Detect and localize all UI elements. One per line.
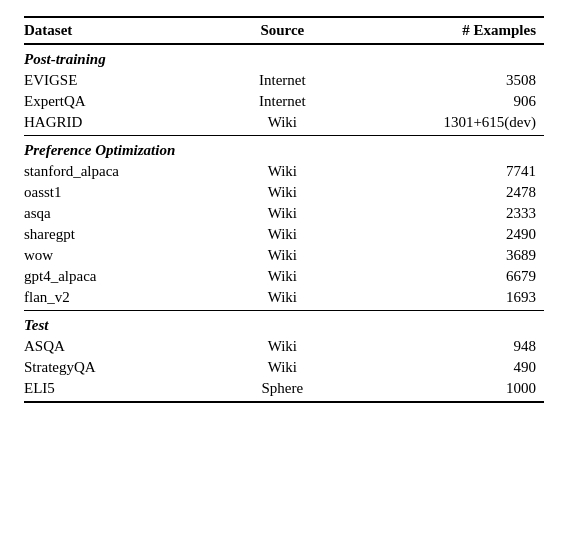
cell-source: Wiki bbox=[231, 224, 341, 245]
cell-examples: 6679 bbox=[341, 266, 544, 287]
table-row: EVIGSEInternet3508 bbox=[24, 70, 544, 91]
cell-examples: 906 bbox=[341, 91, 544, 112]
col-header-source: Source bbox=[231, 17, 341, 44]
cell-examples: 2490 bbox=[341, 224, 544, 245]
cell-dataset: EVIGSE bbox=[24, 70, 231, 91]
section-title-2: Test bbox=[24, 311, 544, 336]
cell-source: Wiki bbox=[231, 161, 341, 182]
cell-source: Wiki bbox=[231, 357, 341, 378]
cell-examples: 948 bbox=[341, 336, 544, 357]
cell-source: Wiki bbox=[231, 287, 341, 311]
table-row: wowWiki3689 bbox=[24, 245, 544, 266]
table-row: gpt4_alpacaWiki6679 bbox=[24, 266, 544, 287]
cell-source: Wiki bbox=[231, 266, 341, 287]
cell-examples: 1000 bbox=[341, 378, 544, 402]
cell-examples: 1301+615(dev) bbox=[341, 112, 544, 136]
cell-dataset: gpt4_alpaca bbox=[24, 266, 231, 287]
cell-source: Internet bbox=[231, 70, 341, 91]
table-row: HAGRIDWiki1301+615(dev) bbox=[24, 112, 544, 136]
table-row: StrategyQAWiki490 bbox=[24, 357, 544, 378]
cell-source: Wiki bbox=[231, 112, 341, 136]
cell-dataset: stanford_alpaca bbox=[24, 161, 231, 182]
table-row: oasst1Wiki2478 bbox=[24, 182, 544, 203]
table-row: sharegptWiki2490 bbox=[24, 224, 544, 245]
section-header-2: Test bbox=[24, 311, 544, 336]
cell-source: Internet bbox=[231, 91, 341, 112]
section-title-0: Post-training bbox=[24, 44, 544, 70]
table-row: stanford_alpacaWiki7741 bbox=[24, 161, 544, 182]
cell-dataset: asqa bbox=[24, 203, 231, 224]
cell-source: Wiki bbox=[231, 336, 341, 357]
section-title-1: Preference Optimization bbox=[24, 136, 544, 161]
section-header-0: Post-training bbox=[24, 44, 544, 70]
cell-dataset: StrategyQA bbox=[24, 357, 231, 378]
col-header-examples: # Examples bbox=[341, 17, 544, 44]
cell-dataset: sharegpt bbox=[24, 224, 231, 245]
table-container: Dataset Source # Examples Post-trainingE… bbox=[24, 16, 544, 403]
data-table: Dataset Source # Examples Post-trainingE… bbox=[24, 16, 544, 403]
cell-dataset: flan_v2 bbox=[24, 287, 231, 311]
cell-examples: 2478 bbox=[341, 182, 544, 203]
cell-source: Sphere bbox=[231, 378, 341, 402]
cell-examples: 1693 bbox=[341, 287, 544, 311]
col-header-dataset: Dataset bbox=[24, 17, 231, 44]
cell-dataset: oasst1 bbox=[24, 182, 231, 203]
cell-examples: 2333 bbox=[341, 203, 544, 224]
cell-examples: 3689 bbox=[341, 245, 544, 266]
cell-source: Wiki bbox=[231, 182, 341, 203]
cell-dataset: ELI5 bbox=[24, 378, 231, 402]
cell-source: Wiki bbox=[231, 203, 341, 224]
table-row: flan_v2Wiki1693 bbox=[24, 287, 544, 311]
cell-dataset: wow bbox=[24, 245, 231, 266]
cell-dataset: ExpertQA bbox=[24, 91, 231, 112]
cell-dataset: ASQA bbox=[24, 336, 231, 357]
cell-dataset: HAGRID bbox=[24, 112, 231, 136]
table-row: ASQAWiki948 bbox=[24, 336, 544, 357]
table-row: ExpertQAInternet906 bbox=[24, 91, 544, 112]
section-header-1: Preference Optimization bbox=[24, 136, 544, 161]
table-row: asqaWiki2333 bbox=[24, 203, 544, 224]
table-row: ELI5Sphere1000 bbox=[24, 378, 544, 402]
cell-examples: 3508 bbox=[341, 70, 544, 91]
cell-source: Wiki bbox=[231, 245, 341, 266]
cell-examples: 7741 bbox=[341, 161, 544, 182]
cell-examples: 490 bbox=[341, 357, 544, 378]
